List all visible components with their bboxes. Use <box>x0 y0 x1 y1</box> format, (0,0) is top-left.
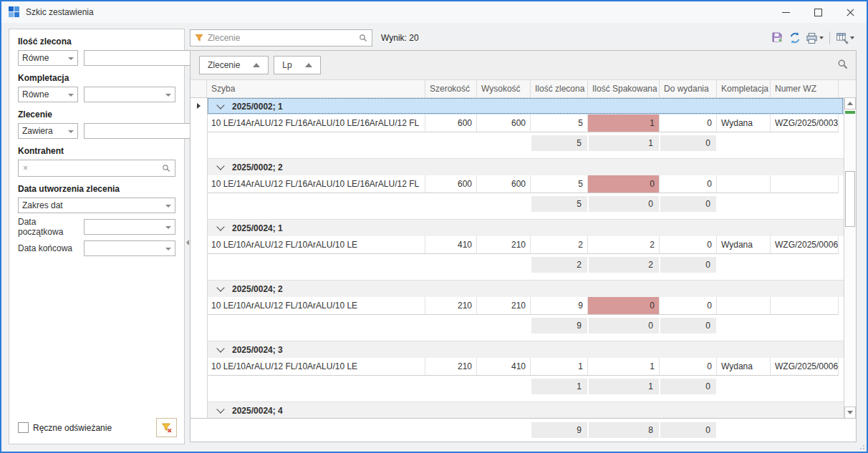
group-row[interactable]: 2025/0024; 2 <box>191 280 844 297</box>
clear-filter-button[interactable] <box>156 418 177 437</box>
summary-do-wydania: 0 <box>660 379 716 394</box>
cell-ilosc-spakowana: 0 <box>588 297 660 315</box>
column-header-ilosc_spakowana[interactable]: Ilość Spakowana <box>588 80 660 97</box>
zlecenie-input[interactable] <box>84 123 202 139</box>
clear-filter-icon <box>161 422 173 434</box>
column-header-szerokosc[interactable]: Szerokość <box>425 80 477 97</box>
cell-kompletacja: Wydana <box>717 115 771 132</box>
group-summary-row: 510 <box>191 132 844 154</box>
grid-rows: 2025/0002; 110 LE/14ArALU/12 FL/16ArALU/… <box>191 97 844 419</box>
zlecenie-operator-combo[interactable]: Zawiera <box>18 123 78 139</box>
group-header-cell[interactable]: 2025/0002; 1 <box>207 97 844 115</box>
group-header-cell[interactable]: 2025/0024; 3 <box>207 341 844 358</box>
cell-numer-wz: WZG/2025/0006 <box>771 358 839 376</box>
cell-ilosc-zlecona: 5 <box>531 175 588 193</box>
column-header-wysokosc[interactable]: Wysokość <box>477 80 531 97</box>
kompletacja-operator-combo[interactable]: Równe <box>18 87 78 102</box>
chevron-down-icon[interactable] <box>216 344 224 352</box>
group-by-zlecenie[interactable]: Zlecenie <box>199 56 269 74</box>
ilosc-zlecona-operator-combo[interactable]: Równe <box>18 50 78 66</box>
scrollbar-track[interactable] <box>844 115 856 406</box>
column-header-numer_wz[interactable]: Numer WZ <box>771 80 839 97</box>
column-header-ilosc_zlecona[interactable]: Ilość zlecona <box>531 80 588 97</box>
manual-refresh-label: Ręczne odświeżanie <box>33 423 112 433</box>
cell-kompletacja <box>717 297 771 315</box>
kontrahent-search-input[interactable]: × <box>18 160 175 177</box>
scroll-up-button[interactable] <box>844 97 856 109</box>
kompletacja-value-combo[interactable] <box>84 87 175 102</box>
result-count: Wynik: 20 <box>381 33 419 43</box>
group-by-panel[interactable]: Zlecenie Lp <box>191 51 856 80</box>
save-export-button[interactable] <box>769 30 786 46</box>
date-range-mode-combo[interactable]: Zakres dat <box>18 198 175 213</box>
summary-ilosc-zlecona: 9 <box>531 318 587 333</box>
chevron-down-icon <box>165 226 171 229</box>
cell-ilosc-spakowana: 1 <box>588 358 660 376</box>
date-end-combo[interactable] <box>84 240 175 256</box>
group-header-cell[interactable]: 2025/0024; 4 <box>207 401 844 419</box>
minimize-button[interactable] <box>770 1 802 23</box>
chevron-down-icon[interactable] <box>216 405 224 413</box>
data-row[interactable]: 10 LE/10ArALU/12 FL/10ArALU/10 LE4102102… <box>191 236 844 254</box>
group-row[interactable]: 2025/0024; 4 <box>191 401 844 419</box>
group-row[interactable]: 2025/0002; 1 <box>191 97 844 115</box>
grid-filter-box[interactable]: Zlecenie <box>190 29 372 47</box>
chevron-down-icon[interactable] <box>216 101 224 109</box>
vertical-scrollbar[interactable] <box>844 97 856 419</box>
group-header-cell[interactable]: 2025/0024; 1 <box>207 219 844 236</box>
chevron-down-icon[interactable] <box>216 223 224 230</box>
summary-ilosc-zlecona: 2 <box>531 257 587 273</box>
footer-sum-do-wydania: 0 <box>660 422 716 438</box>
cell-szerokosc: 210 <box>425 358 477 376</box>
chevron-down-icon <box>68 130 74 133</box>
filter-funnel-icon <box>195 34 203 42</box>
cell-do-wydania: 0 <box>660 115 717 132</box>
search-icon[interactable] <box>359 34 367 42</box>
refresh-icon <box>789 31 801 44</box>
group-row[interactable]: 2025/0024; 3 <box>191 341 844 358</box>
column-header-kompletacja[interactable]: Kompletacja <box>717 80 771 97</box>
close-icon <box>847 9 854 16</box>
summary-do-wydania: 0 <box>660 196 716 212</box>
chevron-down-icon[interactable] <box>216 162 224 170</box>
group-row[interactable]: 2025/0002; 2 <box>191 158 844 175</box>
cell-numer-wz: WZG/2025/0006 <box>771 236 839 254</box>
cell-szerokosc: 410 <box>425 236 477 254</box>
scrollbar-selection-mark <box>845 111 855 114</box>
cell-szerokosc: 600 <box>425 115 477 132</box>
close-button[interactable] <box>834 1 867 23</box>
ilosc-zlecona-input[interactable] <box>84 50 202 66</box>
column-header-szyba[interactable]: Szyba <box>207 80 425 97</box>
data-row[interactable]: 10 LE/10ArALU/12 FL/10ArALU/10 LE2102109… <box>191 297 844 315</box>
column-chooser-icon <box>836 31 849 44</box>
data-row[interactable]: 10 LE/14ArALU/12 FL/16ArALU/10 LE/16ArAL… <box>191 115 844 132</box>
print-button[interactable] <box>804 31 826 46</box>
manual-refresh-checkbox[interactable] <box>18 422 29 433</box>
scroll-down-icon <box>847 411 853 414</box>
focused-row-arrow-icon <box>197 103 201 109</box>
date-start-combo[interactable] <box>84 219 175 235</box>
resize-grip[interactable] <box>859 444 864 449</box>
maximize-button[interactable] <box>802 1 834 23</box>
cell-szyba: 10 LE/10ArALU/12 FL/10ArALU/10 LE <box>207 358 425 376</box>
data-row[interactable]: 10 LE/10ArALU/12 FL/10ArALU/10 LE2104101… <box>191 358 844 376</box>
clear-icon[interactable]: × <box>23 163 28 173</box>
column-chooser-button[interactable] <box>834 30 857 46</box>
app-icon <box>9 6 20 18</box>
chevron-down-icon[interactable] <box>216 283 224 291</box>
column-header-do_wydania[interactable]: Do wydania <box>660 80 717 97</box>
group-header-cell[interactable]: 2025/0024; 2 <box>207 280 844 297</box>
cell-wysokosc: 210 <box>477 297 531 315</box>
grid-search-button[interactable] <box>837 59 848 72</box>
group-header-cell[interactable]: 2025/0002; 2 <box>207 158 844 175</box>
group-row[interactable]: 2025/0024; 1 <box>191 219 844 236</box>
data-row[interactable]: 10 LE/14ArALU/12 FL/16ArALU/10 LE/16ArAL… <box>191 175 844 193</box>
scrollbar-thumb[interactable] <box>845 171 855 227</box>
cell-ilosc-zlecona: 2 <box>531 236 588 254</box>
search-icon[interactable] <box>162 164 170 172</box>
cell-szyba: 10 LE/14ArALU/12 FL/16ArALU/10 LE/16ArAL… <box>207 115 425 132</box>
group-by-lp[interactable]: Lp <box>274 56 320 74</box>
scroll-down-button[interactable] <box>844 406 856 419</box>
refresh-button[interactable] <box>786 30 804 46</box>
cell-szerokosc: 600 <box>425 175 477 193</box>
